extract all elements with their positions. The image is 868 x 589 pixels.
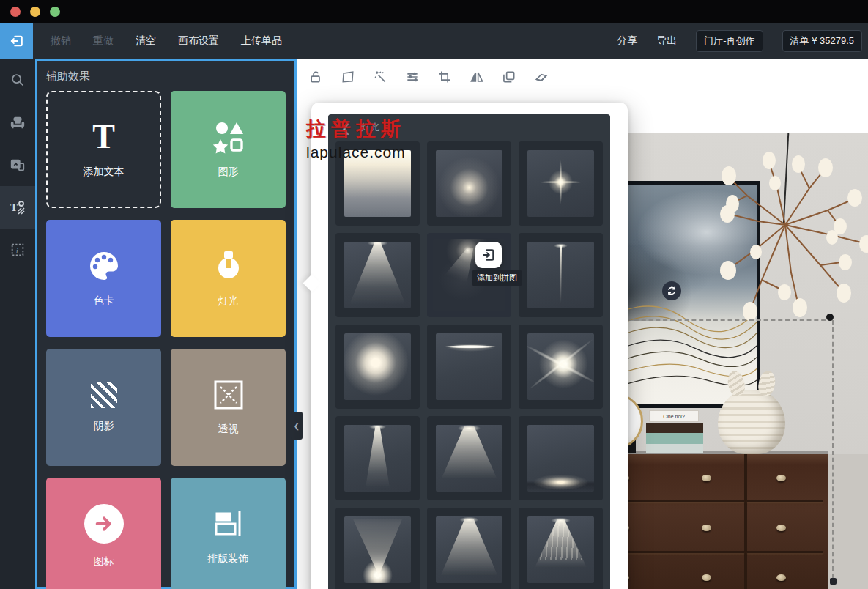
zoom-button[interactable]: [50, 7, 60, 17]
sidebar-item-furniture[interactable]: [0, 101, 35, 144]
dresser[interactable]: [601, 454, 828, 589]
light-thumb[interactable]: [427, 508, 511, 589]
tile-perspective[interactable]: 透视: [171, 349, 286, 466]
tile-shapes[interactable]: 图形: [171, 91, 286, 208]
selection-handle[interactable]: [826, 314, 834, 321]
canvas-toolbar: [297, 59, 868, 95]
left-sidebar: T i: [0, 59, 35, 589]
light-thumb[interactable]: [427, 416, 511, 500]
light-thumb[interactable]: [335, 508, 420, 589]
add-to-collage-icon: [481, 248, 496, 262]
redo-button[interactable]: 重做: [93, 34, 114, 48]
flip-horizontal-icon[interactable]: [470, 70, 484, 84]
light-thumb[interactable]: [427, 141, 511, 226]
sidebar-item-effects[interactable]: T: [0, 186, 35, 229]
selection-handle-small[interactable]: [830, 578, 837, 585]
unlock-icon[interactable]: [308, 70, 323, 84]
top-toolbar: 撤销 重做 清空 画布设置 上传单品 分享 导出 门厅-再创作 清单 ¥ 352…: [0, 23, 868, 59]
light-thumb[interactable]: [519, 416, 603, 500]
back-button[interactable]: ❮: [341, 122, 351, 133]
exit-button[interactable]: [0, 23, 33, 59]
light-thumb-grid: 添加到拼图: [335, 141, 603, 589]
rotate-icon[interactable]: [662, 281, 681, 300]
perspective-icon: [212, 379, 245, 411]
drawer-knob: [702, 475, 711, 481]
toolbar-right: 分享 导出 门厅-再创作 清单 ¥ 35279.5: [617, 30, 868, 52]
panel-title: 辅助效果: [46, 70, 294, 84]
undo-button[interactable]: 撤销: [51, 34, 71, 48]
tile-color-card[interactable]: 色卡: [46, 220, 161, 337]
search-icon: [10, 72, 26, 88]
tile-typography[interactable]: 排版装饰: [171, 478, 286, 589]
dashed-info-icon: i: [10, 242, 26, 258]
tile-shadow[interactable]: 阴影: [46, 349, 161, 466]
price-list-button[interactable]: 清单 ¥ 35279.5: [782, 30, 862, 52]
light-thumb[interactable]: [335, 233, 420, 317]
palette-icon: [87, 249, 121, 283]
share-button[interactable]: 分享: [617, 34, 637, 48]
image-shapes-icon: [10, 157, 26, 173]
light-thumb[interactable]: [519, 233, 603, 317]
scene-recreate-button[interactable]: 门厅-再创作: [696, 30, 763, 52]
export-button[interactable]: 导出: [656, 34, 677, 48]
light-thumb-hovered[interactable]: 添加到拼图: [427, 233, 511, 317]
drawer-knob: [776, 475, 786, 481]
shapes-icon: [212, 120, 245, 154]
bulb-icon: [212, 249, 245, 283]
drawer-knob: [702, 525, 711, 531]
minimize-button[interactable]: [30, 7, 40, 17]
chevron-left-icon: ❮: [294, 422, 300, 430]
sidebar-item-search[interactable]: [0, 59, 35, 101]
light-thumb[interactable]: [335, 141, 420, 226]
text-effects-icon: T: [9, 199, 26, 216]
light-thumb[interactable]: [427, 325, 511, 409]
tile-icon-lib[interactable]: 图标: [46, 478, 161, 589]
app-window: 撤销 重做 清空 画布设置 上传单品 分享 导出 门厅-再创作 清单 ¥ 352…: [0, 0, 868, 589]
text-T-icon: T: [92, 120, 115, 154]
stripes-icon: [91, 382, 117, 408]
upload-item-button[interactable]: 上传单品: [241, 34, 282, 48]
book-cover: Cine noi?: [649, 410, 699, 422]
tiles-grid: T 添加文本 图形 色卡 灯光 阴影 透视: [46, 91, 286, 589]
add-to-collage-tooltip: 添加到拼图: [472, 270, 522, 286]
quad-icon[interactable]: [341, 70, 355, 84]
tile-lighting[interactable]: 灯光: [171, 220, 286, 337]
interior-photo[interactable]: Cine noi?: [601, 133, 868, 589]
duplicate-icon[interactable]: [502, 70, 516, 84]
clear-button[interactable]: 清空: [136, 34, 156, 48]
selection-edge-top: [627, 319, 833, 321]
magic-wand-icon[interactable]: [373, 70, 387, 84]
close-button[interactable]: [10, 7, 21, 17]
light-thumb[interactable]: [519, 141, 603, 226]
popup-header: ❮ 灯光: [328, 114, 610, 141]
adjust-icon[interactable]: [405, 70, 420, 84]
sidebar-item-template[interactable]: i: [0, 229, 35, 271]
titlebar: [0, 0, 868, 23]
layout-icon: [212, 507, 245, 541]
svg-text:i: i: [16, 246, 18, 255]
sidebar-item-materials[interactable]: [0, 144, 35, 186]
lighting-popup: ❮ 灯光 添加到拼图: [311, 103, 628, 589]
lighting-panel: ❮ 灯光 添加到拼图: [328, 114, 610, 589]
woven-basket[interactable]: [718, 390, 785, 454]
drawer-knob: [702, 574, 711, 581]
book-stack[interactable]: Cine noi?: [646, 421, 703, 454]
light-thumb[interactable]: [335, 325, 420, 409]
selection-edge-right: [832, 320, 834, 578]
popup-title: 灯光: [361, 121, 380, 134]
drawer-knob: [776, 574, 786, 581]
eraser-icon[interactable]: [534, 70, 549, 84]
arrow-circle-icon: [84, 504, 124, 544]
armchair-icon: [10, 114, 26, 130]
light-thumb[interactable]: [335, 416, 420, 500]
panel-collapse-button[interactable]: ❮: [291, 412, 303, 440]
tile-add-text[interactable]: T 添加文本: [46, 91, 161, 208]
svg-text:T: T: [10, 201, 18, 213]
light-thumb[interactable]: [519, 508, 603, 589]
canvas-settings-button[interactable]: 画布设置: [178, 34, 219, 48]
light-thumb[interactable]: [519, 325, 603, 409]
crop-icon[interactable]: [437, 70, 452, 84]
aux-effects-panel: 辅助效果 T 添加文本 图形 色卡 灯光 阴影: [35, 59, 297, 589]
add-to-collage-button[interactable]: [475, 242, 502, 268]
exit-left-icon: [9, 33, 25, 49]
